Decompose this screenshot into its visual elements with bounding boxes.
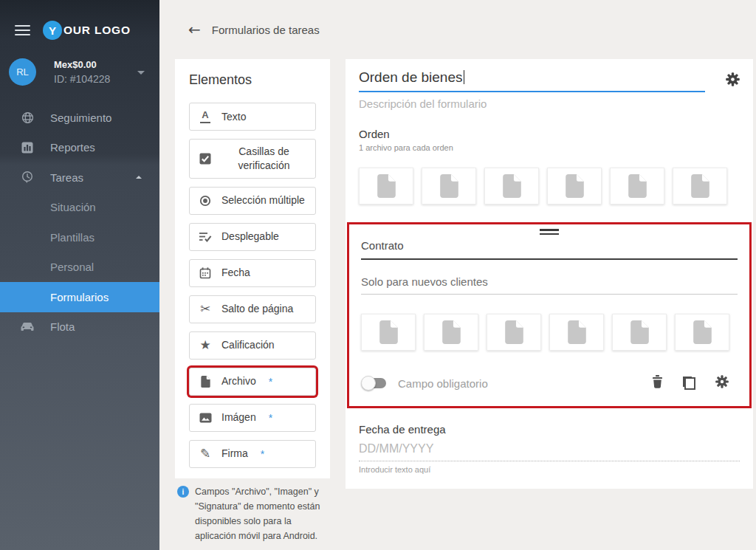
file-placeholder — [424, 314, 478, 351]
sidebar-item-reportes[interactable]: Reportes — [0, 133, 159, 163]
sidebar-header: Y OUR LOGO — [0, 0, 159, 40]
field-actions — [652, 375, 729, 391]
element-button-fecha[interactable]: Fecha — [189, 259, 316, 287]
car-icon — [20, 322, 35, 332]
drag-handle[interactable] — [540, 229, 559, 235]
star-icon: ★ — [199, 339, 212, 351]
user-info: Mex$0.00 ID: #104228 — [54, 59, 110, 85]
sidebar-item-flota[interactable]: Flota — [0, 312, 159, 343]
form-settings-gear-icon[interactable] — [726, 72, 740, 89]
mobile-availability-note: i Campos "Archivo", "Imagen" y "Signatur… — [177, 484, 331, 543]
contrato-description-input[interactable]: Solo para nuevos clientes — [361, 275, 738, 295]
file-placeholder — [612, 314, 667, 351]
logo: Y OUR LOGO — [43, 21, 131, 40]
clock-icon — [20, 171, 35, 184]
image-icon — [199, 413, 212, 423]
sidebar: Y OUR LOGO RL Mex$0.00 ID: #104228 Segui… — [0, 0, 159, 550]
file-placeholder — [675, 314, 729, 351]
required-asterisk: * — [261, 448, 264, 460]
file-placeholder — [610, 168, 664, 204]
sidebar-item-seguimiento[interactable]: Seguimiento — [0, 103, 159, 133]
sidebar-item-label: Tareas — [50, 171, 83, 184]
contrato-file-tiles — [361, 314, 738, 351]
sidebar-item-formularios[interactable]: Formularios — [0, 282, 159, 312]
element-button-archivo[interactable]: Archivo * — [189, 368, 316, 396]
scissors-icon: ✂ — [199, 303, 212, 315]
sidebar-item-label: Reportes — [50, 141, 95, 154]
menu-icon[interactable] — [15, 22, 30, 38]
sidebar-item-label: Situación — [50, 201, 96, 213]
chevron-down-icon — [137, 71, 145, 78]
logo-mark: Y — [43, 21, 62, 40]
file-placeholder — [547, 168, 602, 204]
elements-title: Elementos — [189, 72, 316, 88]
sidebar-item-label: Seguimiento — [50, 111, 111, 124]
checkbox-icon — [199, 153, 212, 165]
orden-file-tiles — [359, 168, 740, 204]
chevron-up-icon — [136, 173, 142, 179]
element-button-texto[interactable]: A Texto — [189, 103, 316, 131]
user-card[interactable]: RL Mex$0.00 ID: #104228 — [0, 58, 159, 86]
info-icon: i — [177, 486, 189, 498]
sidebar-item-situacion[interactable]: Situación — [0, 193, 159, 223]
element-button-salto[interactable]: ✂ Salto de página — [189, 295, 316, 323]
required-toggle-row: Campo obligatorio — [361, 375, 738, 391]
contrato-field-card: Contrato Solo para nuevos clientes — [347, 222, 752, 408]
element-button-firma[interactable]: ✎ Firma * — [189, 440, 316, 468]
fecha-field-hint: Introducir texto aquí — [359, 465, 740, 474]
sidebar-item-label: Flota — [50, 320, 75, 333]
user-balance: Mex$0.00 — [54, 59, 110, 70]
required-asterisk: * — [269, 376, 272, 388]
pencil-icon: ✎ — [199, 447, 212, 460]
elements-panel: Elementos A Texto Casillas de verificaci… — [175, 59, 330, 478]
dropdown-icon — [199, 232, 212, 242]
sidebar-nav: Seguimiento Reportes — [0, 103, 159, 342]
required-toggle-label: Campo obligatorio — [398, 377, 488, 390]
back-arrow-icon[interactable]: ← — [188, 22, 201, 37]
app-root: Y OUR LOGO RL Mex$0.00 ID: #104228 Segui… — [0, 0, 756, 550]
element-button-casillas[interactable]: Casillas de verificación — [189, 139, 316, 179]
required-asterisk: * — [269, 412, 272, 424]
calendar-icon — [199, 267, 212, 279]
file-placeholder — [361, 314, 416, 351]
file-placeholder — [484, 168, 539, 204]
topbar: ← Formularios de tareas — [159, 0, 756, 59]
toggle-knob — [361, 376, 376, 391]
elements-list: A Texto Casillas de verificación — [189, 103, 316, 468]
orden-field-hint: 1 archivo para cada orden — [359, 143, 740, 152]
form-description-input[interactable]: Descripción del formulario — [359, 97, 740, 110]
user-id: ID: #104228 — [54, 73, 110, 85]
delete-field-trash-icon[interactable] — [652, 375, 663, 391]
required-toggle[interactable] — [362, 378, 386, 388]
text-icon: A — [199, 110, 212, 123]
logo-text: OUR LOGO — [63, 24, 131, 37]
avatar: RL — [9, 58, 36, 86]
element-button-desplegable[interactable]: Desplegable — [189, 223, 316, 251]
sidebar-item-plantillas[interactable]: Plantillas — [0, 222, 159, 252]
globe-icon — [20, 111, 35, 124]
radio-icon — [199, 195, 212, 207]
form-title-row: Orden de bienes — [359, 69, 740, 92]
sidebar-item-tareas[interactable]: Tareas — [0, 162, 159, 193]
bar-chart-icon — [20, 142, 35, 154]
element-button-seleccion[interactable]: Selección múltiple — [189, 187, 316, 215]
file-placeholder — [673, 168, 727, 204]
page-title: Formularios de tareas — [212, 24, 320, 36]
field-settings-gear-icon[interactable] — [715, 375, 729, 391]
duplicate-field-copy-icon[interactable] — [683, 377, 695, 390]
main-area: ← Formularios de tareas Elementos A Text… — [159, 0, 756, 550]
note-text: Campos "Archivo", "Imagen" y "Signatura"… — [195, 484, 329, 543]
file-placeholder — [422, 168, 476, 204]
element-button-imagen[interactable]: Imágen * — [189, 404, 316, 432]
sidebar-item-label: Personal — [50, 261, 94, 273]
sidebar-item-personal[interactable]: Personal — [0, 252, 159, 283]
form-title-input[interactable]: Orden de bienes — [359, 69, 705, 92]
element-button-calificacion[interactable]: ★ Calificación — [189, 331, 316, 360]
file-placeholder — [359, 168, 413, 204]
sidebar-item-label: Plantillas — [50, 231, 94, 244]
text-cursor — [464, 70, 465, 84]
contrato-name-input[interactable]: Contrato — [361, 239, 738, 260]
fecha-field-label: Fecha de entrega — [359, 423, 740, 436]
fecha-field-input[interactable]: DD/MM/YYYY — [359, 442, 740, 461]
form-editor-panel: Orden de bienes Descripción del formular… — [346, 59, 753, 489]
